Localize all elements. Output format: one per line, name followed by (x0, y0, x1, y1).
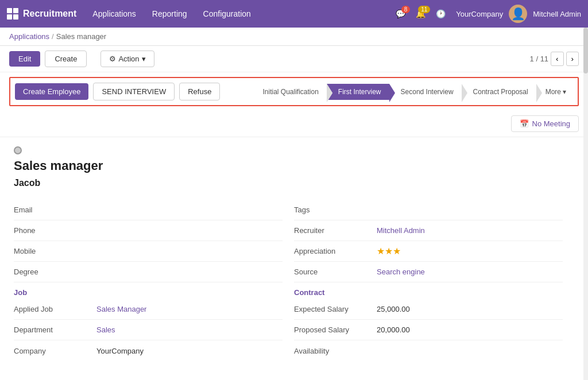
no-meeting-button[interactable]: 📅 No Meeting (511, 115, 579, 132)
degree-label: Degree (14, 264, 94, 280)
job-section-title: Job (14, 282, 283, 299)
company-value: YourCompany (94, 343, 283, 359)
expected-salary-label: Expected Salary (294, 301, 374, 317)
proposed-salary-value[interactable]: 20,000.00 (374, 322, 563, 338)
email-value[interactable] (94, 207, 283, 214)
app-name: Recruitment (23, 9, 76, 19)
nav-right-icons: 💬 8 🔔 11 🕐 YourCompany 👤 Mitchell Admin (396, 5, 581, 23)
applicant-name: Jacob (14, 178, 574, 188)
applied-job-field: Applied Job Sales Manager (14, 299, 283, 320)
mobile-label: Mobile (14, 243, 94, 259)
recruiter-value[interactable]: Mitchell Admin (374, 223, 563, 238)
mobile-value[interactable] (94, 248, 283, 255)
avatar-image: 👤 (511, 7, 525, 21)
recruiter-label: Recruiter (294, 223, 374, 238)
source-label: Source (294, 264, 374, 280)
no-meeting-bar: 📅 No Meeting (0, 111, 588, 137)
proposed-salary-label: Proposed Salary (294, 322, 374, 338)
form-content: Sales manager Jacob Email Phone Mobile (0, 137, 588, 370)
notifications-button[interactable]: 🔔 11 (416, 9, 425, 18)
form-right: Tags Recruiter Mitchell Admin Appreciati… (294, 200, 574, 361)
action-button[interactable]: ⚙ Action ▾ (100, 51, 154, 67)
user-avatar[interactable]: 👤 (509, 5, 527, 23)
action-label: Action (118, 55, 139, 63)
degree-value[interactable] (94, 269, 283, 276)
stage-first-interview[interactable]: First Interview (327, 84, 389, 100)
action-bar: Edit Create ⚙ Action ▾ 1 / 11 ‹ › (0, 46, 588, 72)
source-field: Source Search engine (294, 262, 563, 282)
clock-button[interactable]: 🕐 (436, 9, 446, 18)
nav-reporting[interactable]: Reporting (145, 6, 194, 22)
email-label: Email (14, 202, 94, 218)
status-dot (14, 146, 22, 154)
department-field: Department Sales (14, 320, 283, 340)
breadcrumb-current: Sales manager (56, 32, 106, 41)
stage-more-button[interactable]: More ▾ (539, 84, 573, 100)
recruiter-field: Recruiter Mitchell Admin (294, 220, 563, 241)
send-interview-button[interactable]: SEND INTERVIEW (93, 83, 175, 100)
contract-section-title: Contract (294, 282, 563, 299)
calendar-icon: 📅 (520, 119, 529, 128)
email-field: Email (14, 200, 283, 220)
source-value[interactable]: Search engine (374, 264, 563, 280)
appreciation-value[interactable]: ★★★ (374, 242, 563, 260)
gear-icon: ⚙ (109, 55, 116, 63)
degree-field: Degree (14, 262, 283, 282)
no-meeting-label: No Meeting (532, 119, 570, 128)
appreciation-label: Appreciation (294, 243, 374, 259)
appreciation-field: Appreciation ★★★ (294, 241, 563, 262)
tags-label: Tags (294, 202, 374, 218)
stage-second-interview[interactable]: Second Interview (389, 84, 462, 100)
breadcrumb-parent[interactable]: Applications (9, 32, 49, 41)
left-quick-actions: Create Employee SEND INTERVIEW Refuse (15, 83, 220, 100)
company-name: YourCompany (456, 10, 503, 18)
app-logo[interactable]: Recruitment (7, 8, 76, 20)
form-left: Email Phone Mobile Degree Job (14, 200, 294, 361)
user-name: Mitchell Admin (533, 10, 581, 18)
form-grid: Email Phone Mobile Degree Job (14, 200, 574, 361)
stage-initial-qualification[interactable]: Initial Qualification (254, 84, 326, 100)
stage-contract-proposal[interactable]: Contract Proposal (462, 84, 536, 100)
edit-button[interactable]: Edit (9, 51, 40, 67)
pager: 1 / 11 ‹ › (530, 52, 579, 66)
availability-field: Availability (294, 340, 563, 361)
right-column-wrapper: Tags Recruiter Mitchell Admin Appreciati… (294, 200, 574, 361)
breadcrumb-separator: / (52, 32, 54, 41)
availability-label: Availability (294, 343, 374, 359)
pager-prev-button[interactable]: ‹ (551, 52, 563, 66)
stage-more-label: More (546, 88, 561, 96)
messages-badge: 8 (401, 6, 411, 13)
nav-applications[interactable]: Applications (86, 6, 143, 22)
create-employee-button[interactable]: Create Employee (15, 83, 88, 100)
availability-value[interactable] (374, 347, 563, 354)
mobile-field: Mobile (14, 241, 283, 262)
nav-links: Applications Reporting Configuration (86, 6, 391, 22)
quick-actions-stage-container: Create Employee SEND INTERVIEW Refuse In… (9, 77, 579, 106)
expected-salary-value[interactable]: 25,000.00 (374, 301, 563, 317)
status-indicator[interactable] (14, 146, 574, 158)
tags-value[interactable] (374, 207, 563, 214)
pager-next-button[interactable]: › (566, 52, 579, 66)
grid-icon (7, 8, 18, 20)
create-button[interactable]: Create (45, 51, 87, 67)
phone-value[interactable] (94, 227, 283, 234)
scrollbar-thumb[interactable] (583, 28, 588, 73)
top-navigation: Recruitment Applications Reporting Confi… (0, 0, 588, 28)
applied-job-label: Applied Job (14, 301, 94, 317)
phone-field: Phone (14, 220, 283, 241)
company-field: Company YourCompany (14, 340, 283, 361)
record-title: Sales manager (14, 158, 574, 173)
chevron-down-icon: ▾ (563, 88, 566, 96)
tags-field: Tags (294, 200, 563, 220)
scrollbar[interactable] (583, 28, 588, 380)
messages-button[interactable]: 💬 8 (396, 9, 405, 18)
breadcrumb: Applications / Sales manager (0, 28, 588, 46)
nav-configuration[interactable]: Configuration (196, 6, 258, 22)
department-value[interactable]: Sales (94, 322, 283, 338)
refuse-button[interactable]: Refuse (179, 83, 220, 100)
applied-job-value[interactable]: Sales Manager (94, 301, 283, 317)
pager-info: 1 / 11 (530, 55, 549, 63)
company-label: Company (14, 343, 94, 359)
department-label: Department (14, 322, 94, 338)
chevron-down-icon: ▾ (142, 55, 146, 63)
